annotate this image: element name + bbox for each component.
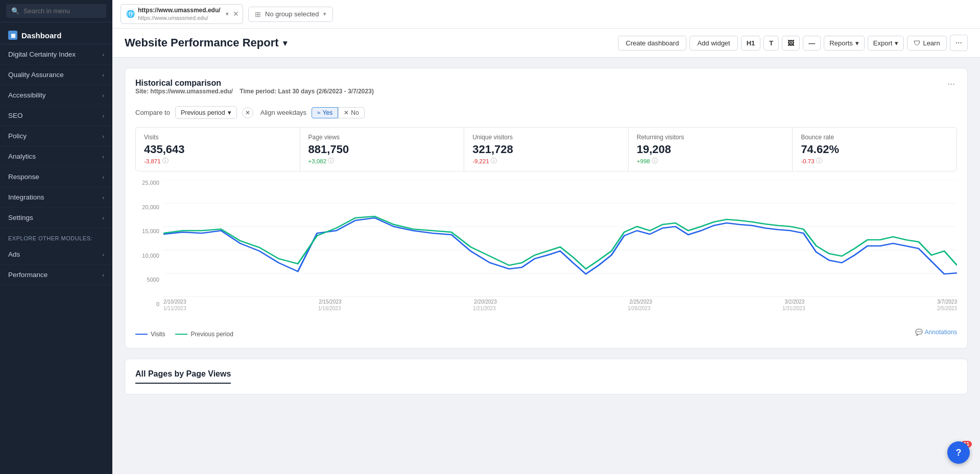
x-label-bottom-0: 1/11/2023 xyxy=(163,306,186,311)
explore-label: Explore other modules: xyxy=(0,228,112,244)
stat-delta-1: +3,082 ⓘ xyxy=(308,157,456,165)
sidebar-item-accessibility[interactable]: Accessibility› xyxy=(0,85,112,106)
stat-label-0: Visits xyxy=(144,134,292,141)
t-button[interactable]: T xyxy=(763,36,779,51)
stat-cell-2: Unique visitors 321,728 -9,221 ⓘ xyxy=(464,128,629,171)
widget2-title: All Pages by Page Views xyxy=(135,369,231,384)
compare-to-label: Compare to xyxy=(135,109,170,116)
x-label-top-1: 2/15/2023 xyxy=(319,299,342,305)
align-yes-button[interactable]: ≈ Yes xyxy=(312,107,338,118)
add-widget-button[interactable]: Add widget xyxy=(689,36,737,51)
h1-button[interactable]: H1 xyxy=(741,36,761,51)
y-label-1: 20,000 xyxy=(142,204,159,210)
align-toggle: ≈ Yes ✕ No xyxy=(312,107,365,118)
time-period-value: Last 30 days (2/6/2023 - 3/7/2023) xyxy=(278,88,373,95)
stat-delta-2: -9,221 ⓘ xyxy=(472,157,620,165)
x-label-bottom-3: 1/26/2023 xyxy=(628,306,651,311)
url-chevron-icon: ▾ xyxy=(226,11,229,17)
sidebar-item-label-digital-certainty-index: Digital Certainty Index xyxy=(8,51,76,58)
export-button[interactable]: Export ▾ xyxy=(868,36,904,51)
sidebar-item-performance[interactable]: Performance› xyxy=(0,265,112,285)
divider-button[interactable]: — xyxy=(803,36,821,51)
sidebar-chevron-seo: › xyxy=(102,113,104,119)
url-sub: https://www.umassmed.edu/ xyxy=(138,14,221,21)
page-header: Website Performance Report ▾ Create dash… xyxy=(112,29,980,58)
page-title: Website Performance Report ▾ xyxy=(125,36,287,49)
page-title-dropdown-icon[interactable]: ▾ xyxy=(283,38,287,48)
x-labels-bottom: 1/11/20231/16/20231/21/20231/26/20231/31… xyxy=(163,305,957,311)
help-icon: ? xyxy=(956,447,962,458)
stat-cell-3: Returning visitors 19,208 +998 ⓘ xyxy=(629,128,793,171)
align-no-button[interactable]: ✕ No xyxy=(338,107,364,118)
historical-comparison-widget: Historical comparison Site: https://www.… xyxy=(125,68,968,348)
x-label-top-3: 2/25/2023 xyxy=(629,299,652,305)
stat-info-icon-0: ⓘ xyxy=(162,157,169,165)
legend-visits-line xyxy=(135,334,148,335)
widget-header: Historical comparison Site: https://www.… xyxy=(135,79,957,103)
chart-area xyxy=(163,180,957,297)
url-tab[interactable]: 🌐 https://www.umassmed.edu/ https://www.… xyxy=(121,4,243,24)
sidebar-item-response[interactable]: Response› xyxy=(0,167,112,187)
y-label-3: 10,000 xyxy=(142,253,159,259)
reports-button[interactable]: Reports ▾ xyxy=(824,36,865,51)
sidebar-item-label-integrations: Integrations xyxy=(8,193,44,201)
sidebar-item-label-accessibility: Accessibility xyxy=(8,91,46,99)
align-no-icon: ✕ xyxy=(344,109,349,116)
search-box[interactable]: 🔍 xyxy=(6,4,106,18)
sidebar-item-analytics[interactable]: Analytics› xyxy=(0,146,112,167)
sidebar-item-quality-assurance[interactable]: Quality Assurance› xyxy=(0,65,112,85)
more-button[interactable]: ··· xyxy=(950,35,968,51)
export-chevron-icon: ▾ xyxy=(895,39,898,47)
sidebar-item-policy[interactable]: Policy› xyxy=(0,126,112,146)
learn-button[interactable]: 🛡 Learn xyxy=(907,36,946,51)
page-title-text: Website Performance Report xyxy=(125,36,279,49)
stat-value-0: 435,643 xyxy=(144,143,292,156)
sidebar-items: Digital Certainty Index›Quality Assuranc… xyxy=(0,44,112,285)
logo-area[interactable]: ▦ Dashboard xyxy=(0,22,112,44)
sidebar-item-seo[interactable]: SEO› xyxy=(0,106,112,126)
x-label-bottom-4: 1/31/2023 xyxy=(782,306,805,311)
widget-meta: Site: https://www.umassmed.edu/ Time per… xyxy=(135,88,374,95)
compare-clear-button[interactable]: ✕ xyxy=(242,107,253,118)
group-selector[interactable]: ⊞ No group selected ▾ xyxy=(248,7,333,22)
legend-previous-line xyxy=(175,334,187,335)
image-button[interactable]: 🖼 xyxy=(782,36,800,51)
legend-previous-label: Previous period xyxy=(190,331,233,338)
logo-label: Dashboard xyxy=(21,31,61,40)
stat-cell-1: Page views 881,750 +3,082 ⓘ xyxy=(300,128,465,171)
sidebar-item-settings[interactable]: Settings› xyxy=(0,208,112,228)
sidebar: 🔍 ▦ Dashboard Digital Certainty Index›Qu… xyxy=(0,0,112,474)
reports-chevron-icon: ▾ xyxy=(855,39,859,47)
x-label-top-2: 2/20/2023 xyxy=(474,299,497,305)
sidebar-item-ads[interactable]: Ads› xyxy=(0,244,112,265)
chart-legend: Visits Previous period xyxy=(135,331,233,338)
widget-title: Historical comparison xyxy=(135,79,374,88)
site-label: Site: xyxy=(135,88,149,95)
sidebar-chevron-policy: › xyxy=(102,133,104,139)
sidebar-item-integrations[interactable]: Integrations› xyxy=(0,187,112,208)
sidebar-chevron-analytics: › xyxy=(102,154,104,160)
x-label-bottom-2: 1/21/2023 xyxy=(473,306,496,311)
sidebar-item-label-ads: Ads xyxy=(8,251,20,258)
x-label-top-0: 2/10/2023 xyxy=(163,299,186,305)
sidebar-chevron-accessibility: › xyxy=(102,92,104,98)
header-actions: Create dashboard Add widget H1 T 🖼 — Rep… xyxy=(618,35,968,51)
chart-svg xyxy=(163,180,957,297)
stat-label-3: Returning visitors xyxy=(637,134,784,141)
export-label: Export xyxy=(873,39,893,47)
stat-label-2: Unique visitors xyxy=(472,134,620,141)
sidebar-item-label-quality-assurance: Quality Assurance xyxy=(8,71,64,79)
compare-select[interactable]: Previous period ▾ xyxy=(175,106,237,119)
search-input[interactable] xyxy=(23,7,101,15)
help-button[interactable]: ? xyxy=(947,441,970,464)
stat-delta-3: +998 ⓘ xyxy=(637,157,784,165)
stat-label-4: Bounce rate xyxy=(801,134,948,141)
annotations-button[interactable]: 💬 Annotations xyxy=(915,329,957,336)
url-main: https://www.umassmed.edu/ xyxy=(138,7,221,15)
align-no-label: No xyxy=(351,109,358,116)
create-dashboard-button[interactable]: Create dashboard xyxy=(618,36,686,51)
x-label-bottom-5: 2/5/2023 xyxy=(937,306,957,311)
url-close-icon[interactable]: ✕ xyxy=(233,10,239,18)
widget-more-button[interactable]: ··· xyxy=(945,79,957,89)
sidebar-item-digital-certainty-index[interactable]: Digital Certainty Index› xyxy=(0,44,112,65)
